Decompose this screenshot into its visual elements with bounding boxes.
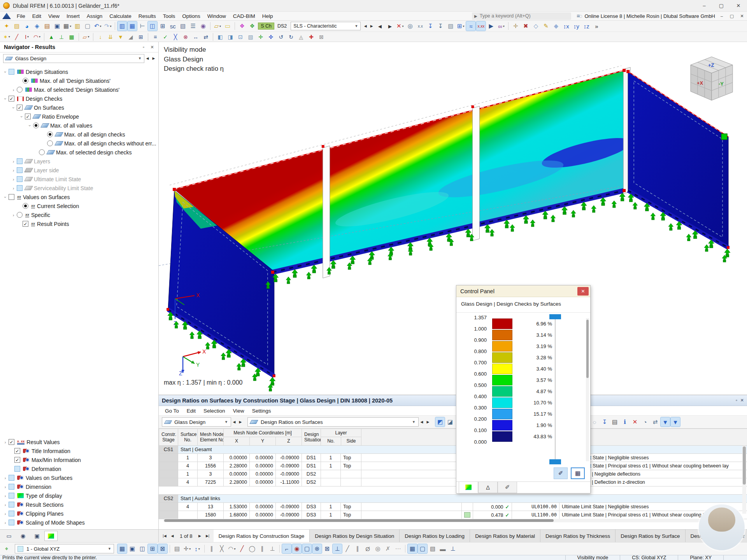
rotate-ccw-icon[interactable]: ↺ <box>276 33 286 41</box>
sync-model-icon[interactable]: ◕ <box>22 21 32 31</box>
table-menu-edit[interactable]: Edit <box>183 407 200 415</box>
table-vertical-scrollbar[interactable] <box>742 446 746 514</box>
tree-item-result-values[interactable]: ›✓x.xx Result Values <box>2 438 158 446</box>
table-combo2-prev[interactable]: ◀ <box>419 418 425 426</box>
navigator-pin-icon[interactable]: ▫ <box>140 45 147 49</box>
table-row[interactable]: 4 7225 2.28000 0.00000 -1.11000 DS2 Serv… <box>159 478 747 486</box>
navigator-tab-results[interactable] <box>44 531 58 541</box>
table-relation-icon[interactable]: ⇄ <box>651 417 660 427</box>
table-row[interactable]: 4 1556 2.28000 0.00000 -0.09000 DS1 1 To… <box>159 462 747 470</box>
box-select-icon[interactable]: ▢ <box>302 544 312 553</box>
table-type-combo[interactable]: Design Ratios on Surfaces▼ <box>247 417 419 427</box>
line-load-icon[interactable]: ⇊ <box>106 33 115 41</box>
undo-icon[interactable]: ↶▾ <box>93 21 102 31</box>
tree-item-ultimate-limit-state[interactable]: › Ultimate Limit State <box>2 175 158 184</box>
design-ratios-table[interactable]: Constr.Stage SurfaceNo. Mesh Node /Eleme… <box>159 429 747 519</box>
save-icon[interactable]: ▣ <box>53 21 62 31</box>
table-combo1-prev[interactable]: ◀ <box>231 418 237 426</box>
combo-prev-button[interactable]: ◀ <box>362 22 368 30</box>
more-tools-icon[interactable]: » <box>592 21 601 31</box>
layers-manager-icon[interactable]: ▧ <box>178 21 188 31</box>
coordinate-system-combo[interactable]: 1 - Global XYZ ▼ <box>15 544 114 553</box>
table-horizontal-scrollbar[interactable] <box>163 519 704 522</box>
tree-item-deformation[interactable]: Deformation <box>2 464 158 473</box>
navigator-close-icon[interactable]: ✕ <box>148 45 156 50</box>
line-icon[interactable]: ╱ <box>12 33 21 41</box>
corner-select-icon[interactable]: ⊥ <box>333 544 342 553</box>
visibility-region-icon[interactable]: ▱▾ <box>213 21 222 31</box>
parallel-snap-icon[interactable]: ∥ <box>258 544 267 553</box>
table-row[interactable]: 1580 1.68000 0.00000 -0.09000 DS3 1 Top … <box>159 511 747 519</box>
navigator-addon-combo[interactable]: Glass Design ▼ <box>3 54 144 63</box>
control-panel-scrollbar[interactable] <box>586 318 589 461</box>
guideline-icon[interactable]: ∥ <box>207 544 216 553</box>
move-cross-icon[interactable]: ✛ <box>256 33 265 41</box>
arc-snap-icon[interactable]: ◠▾ <box>227 544 237 553</box>
coordinate-system-icon[interactable]: ⌖ <box>2 544 11 553</box>
tree-item-max-all-design-checks-without-err[interactable]: Max. of all design checks without err... <box>2 139 158 148</box>
parallel2-icon[interactable]: ∥ <box>353 544 362 553</box>
3d-model-canvas[interactable]: X Z <box>159 42 747 395</box>
nodal-load-icon[interactable]: ↓ <box>96 33 105 41</box>
col-coordinates[interactable]: Mesh Node Coordinates [m] X Y Z <box>224 429 302 446</box>
col-surface-no[interactable]: SurfaceNo. <box>178 429 198 446</box>
menu-results[interactable]: Results <box>135 12 160 20</box>
tab-design-ratios-by-material[interactable]: Design Ratios by Material <box>470 530 540 542</box>
null-icon[interactable]: Ø <box>363 544 372 553</box>
show-loads-icon[interactable]: ◎ <box>405 21 415 31</box>
table-info-icon[interactable]: ℹ <box>620 417 630 427</box>
menu-assign[interactable]: Assign <box>83 12 106 20</box>
tab-design-ratios-by-design-situation[interactable]: Design Ratios by Design Situation <box>310 530 400 542</box>
comment-icon[interactable]: ◉ <box>198 21 208 31</box>
design-situation-combo[interactable]: SLS - Characteristic▼ <box>291 22 361 30</box>
hatch-icon[interactable]: ▧ <box>246 33 255 41</box>
view-x-icon[interactable]: ↕x <box>561 21 571 31</box>
tab-design-ratios-by-thickness[interactable]: Design Ratios by Thickness <box>540 530 615 542</box>
app-menu-icon[interactable] <box>2 13 11 19</box>
half-left-icon[interactable]: ◧ <box>216 33 225 41</box>
swap-icon[interactable]: ⇄ <box>201 33 210 41</box>
arc-icon[interactable]: ◠▾ <box>32 33 42 41</box>
add-icon[interactable]: ✚ <box>307 33 316 41</box>
status-work-plane[interactable]: Plane: XY <box>678 555 723 560</box>
status-coordinate-system[interactable]: CS: Global XYZ <box>620 555 678 560</box>
model-view-icon[interactable]: ▥ <box>117 21 127 31</box>
scale-slider-handle-top[interactable] <box>549 314 561 319</box>
mirror-icon[interactable]: ◬ <box>296 33 306 41</box>
tab-design-ratios-by-loading[interactable]: Design Ratios by Loading <box>400 530 470 542</box>
lasso-select-icon[interactable]: ⊠ <box>323 544 332 553</box>
coordinate-input-icon[interactable]: ↕▾ <box>193 544 202 553</box>
dots-icon[interactable]: ⋯ <box>393 544 403 553</box>
result-section-icon[interactable]: ▶ <box>486 21 496 31</box>
dismiss-icon[interactable]: ✗ <box>383 544 393 553</box>
view-y-icon[interactable]: ↕y <box>572 21 581 31</box>
table-export-icon[interactable]: ↧ <box>600 417 609 427</box>
tree-item-title-information[interactable]: ✓ Title Information <box>2 446 158 455</box>
license-list-icon[interactable]: ≡◌ <box>577 13 582 19</box>
pager-first-button[interactable]: |◀ <box>161 532 168 540</box>
move-object-icon[interactable]: ❖ <box>247 21 257 31</box>
tree-item-specific[interactable]: ›xx Specific <box>2 210 158 219</box>
child-minimize-button[interactable]: – <box>717 12 727 20</box>
pager-last-button[interactable]: ▶| <box>204 532 211 540</box>
control-panel-close-button[interactable]: ✕ <box>577 287 589 296</box>
tree-item-clipping-planes[interactable]: › Clipping Planes <box>2 509 158 518</box>
table-combo1-next[interactable]: ▶ <box>237 418 244 426</box>
view-z-icon[interactable]: ↕z <box>582 21 591 31</box>
handle-icon[interactable]: ▬ <box>438 544 447 553</box>
result-values-display-icon[interactable]: x.xx <box>476 21 486 31</box>
generated-load-icon[interactable]: ◢ <box>126 33 135 41</box>
table-menu-view[interactable]: View <box>229 407 248 415</box>
target-cross-icon[interactable]: ✜ <box>266 33 275 41</box>
surface-icon[interactable]: ▱▾ <box>81 33 91 41</box>
prev-loading-icon[interactable]: ◄ <box>375 21 384 31</box>
menu-tools[interactable]: Tools <box>160 12 179 20</box>
col-layer[interactable]: Layer No. Side <box>321 429 361 446</box>
tree-item-layers[interactable]: › Layers <box>2 157 158 166</box>
edit-view-icon[interactable]: ✎ <box>541 21 551 31</box>
navigator-next-button[interactable]: ▶ <box>151 54 157 62</box>
tree-item-max-selected-design-situations[interactable]: › Max. of selected 'Design Situations' <box>2 85 158 94</box>
tree-item-design-situations[interactable]: › Design Situations <box>2 67 158 76</box>
scale-options-button[interactable]: ▦ <box>571 467 585 479</box>
table-row[interactable]: 1 3 0.00000 0.00000 -0.09000 DS1 1 Top U… <box>159 454 747 462</box>
